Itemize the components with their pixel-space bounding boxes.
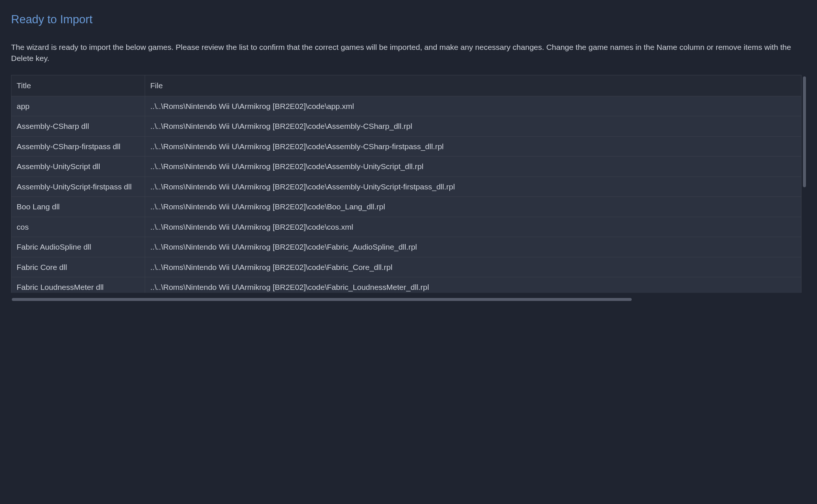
table-row[interactable]: Assembly-UnityScript-firstpass dll..\..\… — [11, 176, 801, 197]
table-row[interactable]: Fabric Core dll..\..\Roms\Nintendo Wii U… — [11, 257, 801, 277]
cell-file[interactable]: ..\..\Roms\Nintendo Wii U\Armikrog [BR2E… — [145, 116, 801, 137]
cell-file[interactable]: ..\..\Roms\Nintendo Wii U\Armikrog [BR2E… — [145, 277, 801, 293]
table-row[interactable]: Assembly-CSharp-firstpass dll..\..\Roms\… — [11, 136, 801, 157]
horizontal-scrollbar[interactable] — [12, 298, 632, 301]
table-row[interactable]: Assembly-CSharp dll..\..\Roms\Nintendo W… — [11, 116, 801, 137]
import-table: Title File app..\..\Roms\Nintendo Wii U\… — [11, 75, 801, 293]
cell-title[interactable]: Assembly-CSharp-firstpass dll — [11, 136, 145, 157]
table-row[interactable]: Assembly-UnityScript dll..\..\Roms\Ninte… — [11, 157, 801, 177]
cell-title[interactable]: Assembly-UnityScript dll — [11, 157, 145, 177]
column-header-file[interactable]: File — [145, 75, 801, 96]
cell-title[interactable]: Fabric AudioSpline dll — [11, 237, 145, 257]
table-row[interactable]: Fabric LoudnessMeter dll..\..\Roms\Ninte… — [11, 277, 801, 293]
cell-file[interactable]: ..\..\Roms\Nintendo Wii U\Armikrog [BR2E… — [145, 176, 801, 197]
column-header-title[interactable]: Title — [11, 75, 145, 96]
cell-file[interactable]: ..\..\Roms\Nintendo Wii U\Armikrog [BR2E… — [145, 217, 801, 237]
cell-file[interactable]: ..\..\Roms\Nintendo Wii U\Armikrog [BR2E… — [145, 96, 801, 116]
vertical-scrollbar[interactable] — [803, 76, 806, 187]
cell-title[interactable]: cos — [11, 217, 145, 237]
cell-title[interactable]: Assembly-CSharp dll — [11, 116, 145, 137]
table-row[interactable]: Boo Lang dll..\..\Roms\Nintendo Wii U\Ar… — [11, 197, 801, 217]
cell-file[interactable]: ..\..\Roms\Nintendo Wii U\Armikrog [BR2E… — [145, 257, 801, 277]
table-header-row: Title File — [11, 75, 801, 96]
page-title: Ready to Import — [11, 11, 806, 28]
table-scroll-container: Title File app..\..\Roms\Nintendo Wii U\… — [11, 75, 806, 301]
import-table-wrapper[interactable]: Title File app..\..\Roms\Nintendo Wii U\… — [11, 75, 806, 293]
cell-title[interactable]: Boo Lang dll — [11, 197, 145, 217]
table-row[interactable]: app..\..\Roms\Nintendo Wii U\Armikrog [B… — [11, 96, 801, 116]
cell-title[interactable]: Fabric LoudnessMeter dll — [11, 277, 145, 293]
cell-title[interactable]: Assembly-UnityScript-firstpass dll — [11, 176, 145, 197]
cell-file[interactable]: ..\..\Roms\Nintendo Wii U\Armikrog [BR2E… — [145, 136, 801, 157]
cell-file[interactable]: ..\..\Roms\Nintendo Wii U\Armikrog [BR2E… — [145, 157, 801, 177]
cell-file[interactable]: ..\..\Roms\Nintendo Wii U\Armikrog [BR2E… — [145, 197, 801, 217]
table-row[interactable]: Fabric AudioSpline dll..\..\Roms\Nintend… — [11, 237, 801, 257]
page-description: The wizard is ready to import the below … — [11, 42, 806, 64]
cell-title[interactable]: Fabric Core dll — [11, 257, 145, 277]
cell-file[interactable]: ..\..\Roms\Nintendo Wii U\Armikrog [BR2E… — [145, 237, 801, 257]
cell-title[interactable]: app — [11, 96, 145, 116]
table-row[interactable]: cos..\..\Roms\Nintendo Wii U\Armikrog [B… — [11, 217, 801, 237]
